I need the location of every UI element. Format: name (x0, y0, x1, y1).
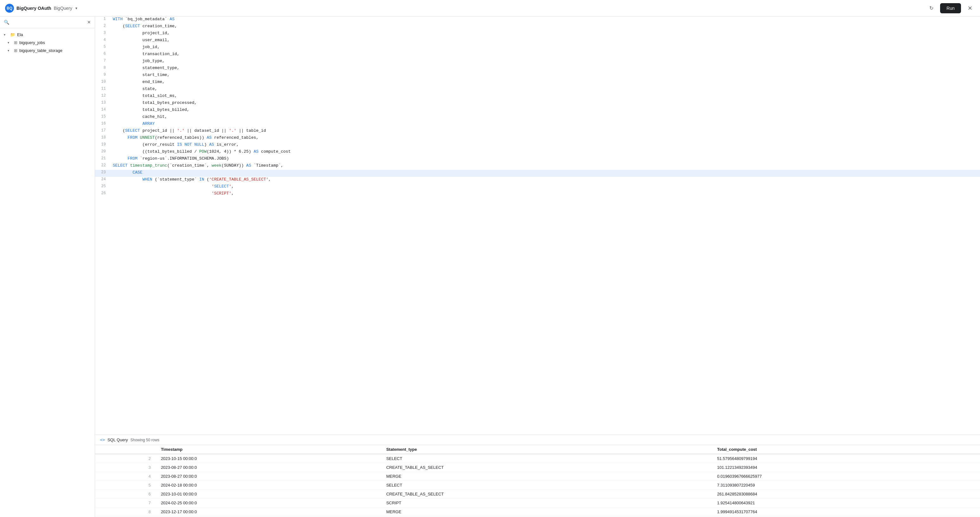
clear-icon[interactable]: ✕ (87, 20, 91, 25)
line-number: 20 (95, 149, 109, 154)
brand-logo: BQ (5, 4, 14, 13)
line-number: 10 (95, 79, 109, 84)
line-number: 22 (95, 163, 109, 168)
line-code: (SELECT project_id || '.' || dataset_id … (110, 128, 269, 134)
col-timestamp: Timestamp (156, 445, 381, 454)
code-line: 1WITH `bq_job_metadata` AS (95, 16, 980, 24)
tree-item-bigquery-table-storage[interactable]: ▾ ⊞ bigquery_table_storage (0, 46, 95, 54)
line-number: 24 (95, 177, 109, 182)
line-code: FROM `region-us`.INFORMATION_SCHEMA.JOBS… (110, 156, 232, 161)
code-line: 11 state, (95, 86, 980, 93)
row-number: 6 (95, 490, 156, 499)
row-number: 8 (95, 507, 156, 516)
table-row: 22023-10-15 00:00:0SELECT51.579564809799… (95, 454, 980, 463)
line-code: total_slot_ms, (110, 93, 180, 99)
code-line: 25 'SELECT', (95, 184, 980, 191)
table-icon: ⊞ (14, 48, 18, 53)
table-row: 62023-10-01 00:00:0CREATE_TABLE_AS_SELEC… (95, 490, 980, 499)
results-header: <> SQL Query Showing 50 rows (95, 435, 980, 445)
cell-statement-type: CREATE_TABLE_AS_SELECT (381, 490, 712, 499)
line-number: 1 (95, 16, 109, 22)
code-line: 2 (SELECT creation_time, (95, 24, 980, 30)
row-number: 3 (95, 463, 156, 472)
col-total-compute-cost: Total_compute_cost (712, 445, 980, 454)
line-number: 18 (95, 135, 109, 140)
table-row: 72024-02-25 00:00:0SCRIPT1.9254148006439… (95, 499, 980, 507)
line-number: 5 (95, 45, 109, 49)
chevron-down-icon[interactable]: ▾ (75, 6, 77, 10)
topbar-left: BQ BigQuery OAuth BigQuery ▾ (5, 4, 77, 13)
line-number: 25 (95, 184, 109, 189)
cell-total-compute-cost: 0.019603967666625977 (712, 472, 980, 481)
line-code: FROM UNNEST(referenced_tables)) AS refer… (110, 135, 261, 140)
refresh-button[interactable]: ↻ (926, 3, 936, 13)
code-line: 12 total_slot_ms, (95, 93, 980, 100)
results-table-wrap[interactable]: Timestamp Statement_type Total_compute_c… (95, 445, 980, 517)
toggle-icon: ▾ (4, 33, 8, 37)
cell-total-compute-cost: 51.579564809799194 (712, 454, 980, 463)
cell-timestamp: 2023-08-27 00:00:0 (156, 463, 381, 472)
line-code: WITH `bq_job_metadata` AS (110, 16, 177, 22)
cell-total-compute-cost: 261.84285283088684 (712, 490, 980, 499)
code-line: 6 transaction_id, (95, 51, 980, 58)
line-number: 9 (95, 72, 109, 77)
cell-statement-type: SELECT (381, 481, 712, 490)
line-number: 17 (95, 128, 109, 133)
line-number: 6 (95, 51, 109, 56)
line-code: SELECT timestamp_trunc(`creation_time`, … (110, 163, 286, 168)
code-line: 14 total_bytes_billed, (95, 107, 980, 114)
connection-db: BigQuery (54, 6, 72, 11)
line-number: 13 (95, 100, 109, 105)
results-table: Timestamp Statement_type Total_compute_c… (95, 445, 980, 516)
line-code: cache_hit, (110, 114, 170, 119)
code-line: 8 statement_type, (95, 65, 980, 72)
code-line: 13 total_bytes_processed, (95, 100, 980, 107)
code-line: 21 FROM `region-us`.INFORMATION_SCHEMA.J… (95, 156, 980, 163)
cell-total-compute-cost: 7.311093807220459 (712, 481, 980, 490)
line-code: job_type, (110, 58, 167, 64)
brand-initials: BQ (6, 6, 12, 10)
line-number: 8 (95, 65, 109, 70)
cell-statement-type: MERGE (381, 507, 712, 516)
row-number: 7 (95, 499, 156, 507)
table-row: 52024-02-18 00:00:0SELECT7.3110938072204… (95, 481, 980, 490)
tree-label-bigquery-table-storage: bigquery_table_storage (19, 48, 62, 53)
topbar-right: ↻ Run ✕ (926, 3, 975, 13)
line-code: total_bytes_billed, (110, 107, 192, 113)
toggle-icon: ▾ (8, 41, 12, 45)
code-editor[interactable]: 1WITH `bq_job_metadata` AS2 (SELECT crea… (95, 16, 980, 434)
sql-icon: <> (100, 437, 105, 442)
tree-item-bigquery-jobs[interactable]: ▾ ⊞ bigquery_jobs (0, 39, 95, 46)
line-number: 23 (95, 170, 109, 175)
code-line: 17 (SELECT project_id || '.' || dataset_… (95, 128, 980, 135)
search-icon: 🔍 (4, 20, 9, 25)
code-line: 18 FROM UNNEST(referenced_tables)) AS re… (95, 135, 980, 142)
code-line: 15 cache_hit, (95, 114, 980, 121)
code-line: 4 user_email, (95, 37, 980, 45)
tree-item-ela[interactable]: ▾ 📁 Ela (0, 31, 95, 39)
results-panel: <> SQL Query Showing 50 rows Timestamp S… (95, 434, 980, 517)
run-button[interactable]: Run (940, 3, 961, 13)
table-row: 42023-08-27 00:00:0MERGE0.01960396766662… (95, 472, 980, 481)
search-input[interactable] (12, 20, 84, 25)
sidebar: 🔍 ✕ ▾ 📁 Ela ▾ ⊞ bigquery_jobs ▾ ⊞ bigque… (0, 16, 95, 517)
search-bar: 🔍 ✕ (0, 16, 95, 28)
line-code: total_bytes_processed, (110, 100, 199, 105)
col-statement-type: Statement_type (381, 445, 712, 454)
table-row: 82023-12-17 00:00:0MERGE1.99949145317077… (95, 507, 980, 516)
connection-name: BigQuery OAuth (16, 6, 51, 11)
cell-statement-type: SELECT (381, 454, 712, 463)
close-button[interactable]: ✕ (965, 3, 975, 13)
line-code: statement_type, (110, 65, 182, 71)
file-tree: ▾ 📁 Ela ▾ ⊞ bigquery_jobs ▾ ⊞ bigquery_t… (0, 28, 95, 517)
line-code: 'SELECT', (110, 184, 236, 189)
cell-timestamp: 2023-10-01 00:00:0 (156, 490, 381, 499)
cell-statement-type: MERGE (381, 472, 712, 481)
cell-total-compute-cost: 1.9994914531707764 (712, 507, 980, 516)
line-code: user_email, (110, 37, 172, 43)
cell-timestamp: 2024-02-25 00:00:0 (156, 499, 381, 507)
code-line: 9 start_time, (95, 72, 980, 79)
folder-icon: 📁 (10, 32, 15, 37)
code-line: 19 (error_result IS NOT NULL) AS is_erro… (95, 142, 980, 149)
line-code: (SELECT creation_time, (110, 24, 180, 29)
